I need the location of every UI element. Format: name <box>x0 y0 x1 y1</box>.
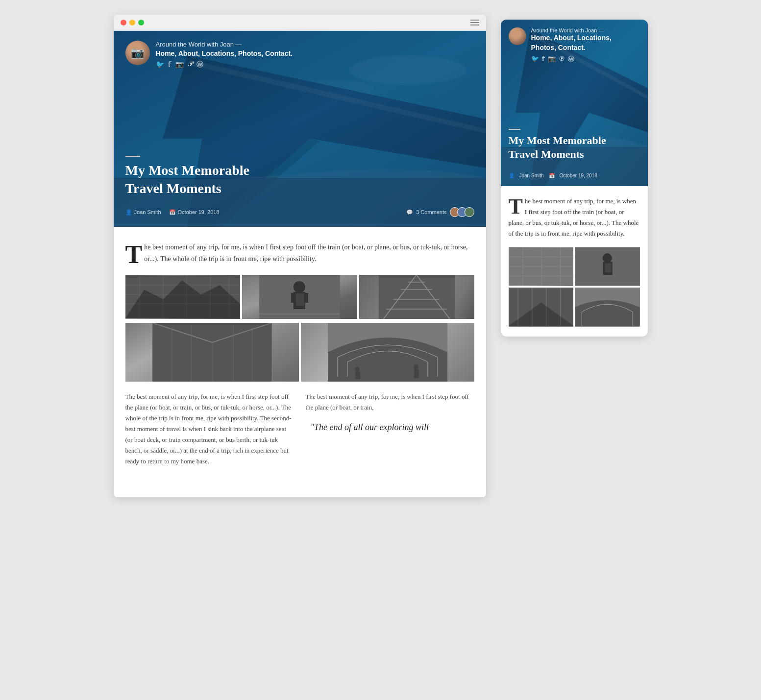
desktop-browser: 📷 Around the World with Joan — Home, Abo… <box>114 15 486 497</box>
comment-icon: 💬 <box>406 209 413 216</box>
article-body-left: The best moment of any trip, for me, is … <box>125 391 294 467</box>
twitter-icon[interactable]: 🐦 <box>156 60 164 69</box>
photo-grid-item-5 <box>301 323 474 382</box>
mobile-title-divider <box>509 129 520 130</box>
comments-count: 3 Comments <box>416 209 446 215</box>
mobile-drop-cap-letter: T <box>509 198 523 215</box>
mobile-browser: Around the World with Joan — Home, About… <box>501 20 648 337</box>
svg-rect-16 <box>296 293 305 306</box>
facebook-icon[interactable]: 𝕗 <box>168 60 172 69</box>
mobile-site-tagline: Around the World with Joan — <box>531 27 612 33</box>
mobile-facebook-icon[interactable]: 𝕗 <box>542 55 545 64</box>
mobile-post-date: October 19, 2018 <box>560 173 597 178</box>
mobile-twitter-icon[interactable]: 🐦 <box>531 55 539 64</box>
mobile-photo-4 <box>575 288 640 327</box>
article-content: T he best moment of any trip, for me, is… <box>114 227 486 497</box>
mobile-drop-cap-text: he best moment of any trip, for me, is w… <box>509 197 639 237</box>
mobile-post-title: My Most Memorable Travel Moments <box>509 134 640 162</box>
browser-toolbar <box>114 15 486 31</box>
svg-rect-20 <box>379 275 455 319</box>
photo-grid-row2 <box>125 323 474 382</box>
mobile-photo-3 <box>509 288 574 327</box>
comments-meta[interactable]: 💬 3 Comments <box>406 207 474 217</box>
calendar-icon: 📅 <box>169 209 176 216</box>
drop-cap-paragraph: T he best moment of any trip, for me, is… <box>125 241 474 265</box>
dot-green[interactable] <box>138 20 144 25</box>
svg-point-37 <box>355 367 360 372</box>
svg-point-39 <box>414 364 418 369</box>
svg-point-51 <box>603 253 612 263</box>
dot-red[interactable] <box>121 20 126 25</box>
mobile-author-icon: 👤 <box>509 173 515 178</box>
pinterest-icon[interactable]: 𝒫 <box>188 60 193 69</box>
title-divider <box>125 156 140 157</box>
mobile-site-nav[interactable]: Home, About, Locations, Photos, Contact. <box>531 33 612 52</box>
post-title-area: My Most Memorable Travel Moments <box>125 156 249 197</box>
author-name: Joan Smith <box>134 209 161 215</box>
site-tagline: Around the World with Joan — <box>156 41 293 48</box>
photo-grid-item-4 <box>125 323 299 382</box>
mobile-photo-2 <box>575 247 640 286</box>
photo-grid-row1 <box>125 275 474 321</box>
site-nav[interactable]: Home, About, Locations, Photos, Contact. <box>156 49 293 57</box>
photo-grid-item-3 <box>359 275 474 319</box>
svg-rect-40 <box>414 369 419 378</box>
article-columns: The best moment of any trip, for me, is … <box>125 391 474 475</box>
mobile-wordpress-icon[interactable]: Ⓦ <box>568 55 574 64</box>
post-meta: 👤 Joan Smith 📅 October 19, 2018 💬 3 Comm… <box>125 207 474 217</box>
avatar: 📷 <box>125 41 150 65</box>
svg-rect-18 <box>304 293 308 303</box>
post-date: October 19, 2018 <box>178 209 220 215</box>
site-header-area: 📷 Around the World with Joan — Home, Abo… <box>114 31 486 79</box>
photo-grid-item-2 <box>242 275 357 319</box>
mobile-author-name: Joan Smith <box>519 173 544 178</box>
mobile-avatar <box>509 27 526 45</box>
mobile-social-icons: 🐦 𝕗 📷 ℗ Ⓦ <box>531 55 612 64</box>
hamburger-icon[interactable] <box>470 20 479 25</box>
mobile-drop-cap-paragraph: T he best moment of any trip, for me, is… <box>509 196 640 239</box>
mobile-post-title-area: My Most Memorable Travel Moments <box>509 129 640 162</box>
wordpress-icon[interactable]: Ⓦ <box>196 60 203 69</box>
drop-cap-letter: T <box>125 244 143 265</box>
comment-avatars <box>450 207 474 217</box>
drop-cap-text: he best moment of any trip, for me, is w… <box>144 243 467 263</box>
browser-dots <box>121 20 144 25</box>
svg-rect-17 <box>291 293 295 303</box>
mobile-calendar-icon: 📅 <box>549 173 555 178</box>
comment-avatar-3 <box>465 207 474 217</box>
post-title: My Most Memorable Travel Moments <box>125 162 249 197</box>
article-right-col: The best moment of any trip, for me, is … <box>306 391 474 475</box>
author-icon: 👤 <box>125 209 132 216</box>
svg-rect-36 <box>328 377 447 382</box>
mobile-post-meta: 👤 Joan Smith 📅 October 19, 2018 <box>509 173 597 178</box>
mobile-article-content: T he best moment of any trip, for me, is… <box>501 186 648 337</box>
svg-point-14 <box>294 281 305 293</box>
author-meta: 👤 Joan Smith <box>125 209 161 216</box>
mobile-instagram-icon[interactable]: 📷 <box>548 55 556 64</box>
svg-rect-38 <box>355 372 360 379</box>
mobile-pinterest-icon[interactable]: ℗ <box>559 55 565 64</box>
pull-quote: "The end of all our exploring will <box>306 421 474 434</box>
dot-yellow[interactable] <box>129 20 135 25</box>
instagram-icon[interactable]: 📷 <box>175 60 184 69</box>
photo-grid-item-1 <box>125 275 241 319</box>
date-meta: 📅 October 19, 2018 <box>169 209 220 216</box>
article-body-right: The best moment of any trip, for me, is … <box>306 391 474 413</box>
site-info: Around the World with Joan — Home, About… <box>156 41 293 69</box>
mobile-hero-section: Around the World with Joan — Home, About… <box>501 20 648 186</box>
svg-rect-53 <box>605 264 611 273</box>
mobile-photo-1 <box>509 247 574 286</box>
mobile-site-header-area: Around the World with Joan — Home, About… <box>501 20 648 72</box>
mobile-photo-grid <box>509 247 640 327</box>
hero-section: 📷 Around the World with Joan — Home, Abo… <box>114 31 486 227</box>
mobile-site-info: Around the World with Joan — Home, About… <box>531 27 612 64</box>
social-icons: 🐦 𝕗 📷 𝒫 Ⓦ <box>156 60 293 69</box>
